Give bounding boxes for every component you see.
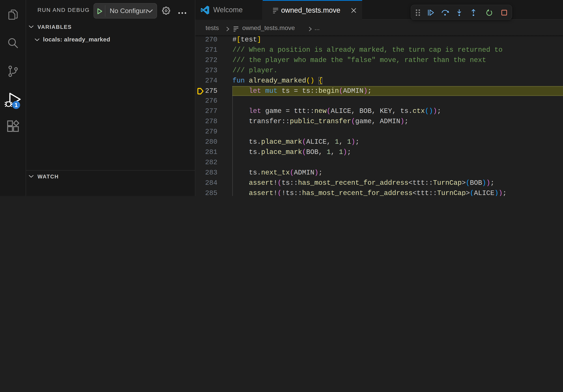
svg-text:1: 1 — [14, 102, 18, 108]
